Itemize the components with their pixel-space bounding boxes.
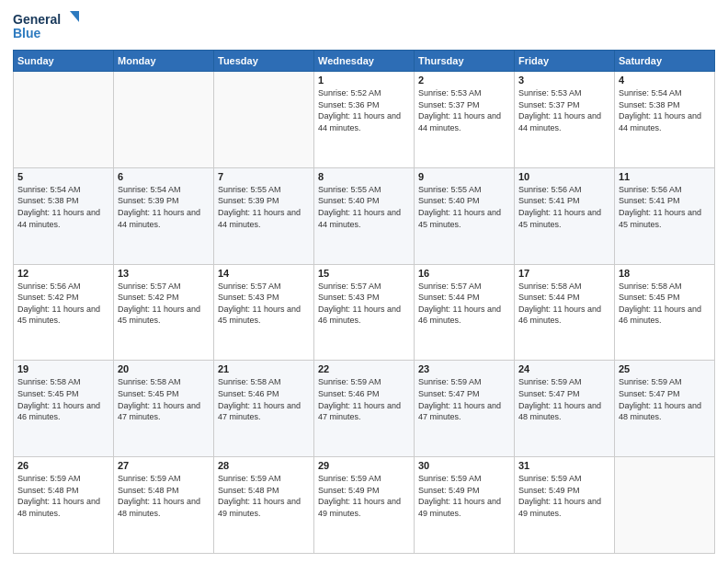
sunset-label: Sunset: 5:46 PM <box>318 389 380 398</box>
day-info: Sunrise: 5:54 AM Sunset: 5:38 PM Dayligh… <box>17 184 109 230</box>
sunrise-label: Sunrise: 5:54 AM <box>619 88 682 98</box>
daylight-label: Daylight: 11 hours and 45 minutes. <box>118 304 200 326</box>
sunrise-label: Sunrise: 5:59 AM <box>218 474 281 483</box>
day-info: Sunrise: 5:55 AM Sunset: 5:39 PM Dayligh… <box>218 184 310 230</box>
daylight-label: Daylight: 11 hours and 44 minutes. <box>518 111 601 132</box>
sunset-label: Sunset: 5:47 PM <box>518 389 580 398</box>
sunrise-label: Sunrise: 5:53 AM <box>418 88 482 98</box>
sunset-label: Sunset: 5:45 PM <box>118 389 179 398</box>
sunrise-label: Sunrise: 5:54 AM <box>17 185 81 194</box>
calendar-cell <box>14 72 114 168</box>
calendar-cell: 21 Sunrise: 5:58 AM Sunset: 5:46 PM Dayl… <box>214 361 314 457</box>
week-row-3: 12 Sunrise: 5:56 AM Sunset: 5:42 PM Dayl… <box>14 264 715 361</box>
sunset-label: Sunset: 5:46 PM <box>218 389 279 398</box>
daylight-label: Daylight: 11 hours and 44 minutes. <box>318 208 401 229</box>
calendar-cell: 4 Sunrise: 5:54 AM Sunset: 5:38 PM Dayli… <box>615 72 715 168</box>
sunrise-label: Sunrise: 5:58 AM <box>17 377 81 386</box>
day-info: Sunrise: 5:52 AM Sunset: 5:36 PM Dayligh… <box>318 87 410 133</box>
sunset-label: Sunset: 5:42 PM <box>17 293 79 302</box>
col-header-friday: Friday <box>515 51 615 72</box>
daylight-label: Daylight: 11 hours and 44 minutes. <box>218 208 301 229</box>
daylight-label: Daylight: 11 hours and 47 minutes. <box>218 401 301 422</box>
daylight-label: Daylight: 11 hours and 49 minutes. <box>218 497 301 518</box>
header-row: SundayMondayTuesdayWednesdayThursdayFrid… <box>14 51 715 72</box>
day-number: 4 <box>619 75 711 86</box>
day-number: 3 <box>518 75 610 86</box>
day-info: Sunrise: 5:57 AM Sunset: 5:43 PM Dayligh… <box>218 281 310 327</box>
sunrise-label: Sunrise: 5:58 AM <box>218 377 281 386</box>
day-number: 1 <box>318 75 410 86</box>
sunrise-label: Sunrise: 5:55 AM <box>418 185 482 194</box>
calendar-cell: 28 Sunrise: 5:59 AM Sunset: 5:48 PM Dayl… <box>214 457 314 554</box>
calendar-cell: 19 Sunrise: 5:58 AM Sunset: 5:45 PM Dayl… <box>14 361 114 457</box>
daylight-label: Daylight: 11 hours and 46 minutes. <box>17 401 100 422</box>
day-info: Sunrise: 5:59 AM Sunset: 5:47 PM Dayligh… <box>619 376 711 422</box>
week-row-1: 1 Sunrise: 5:52 AM Sunset: 5:36 PM Dayli… <box>14 72 715 168</box>
calendar-cell: 23 Sunrise: 5:59 AM Sunset: 5:47 PM Dayl… <box>415 361 515 457</box>
day-info: Sunrise: 5:58 AM Sunset: 5:45 PM Dayligh… <box>619 281 711 327</box>
day-number: 8 <box>318 171 410 182</box>
sunset-label: Sunset: 5:37 PM <box>418 100 480 109</box>
day-info: Sunrise: 5:59 AM Sunset: 5:49 PM Dayligh… <box>318 473 410 519</box>
sunrise-label: Sunrise: 5:53 AM <box>518 88 582 98</box>
calendar-table: SundayMondayTuesdayWednesdayThursdayFrid… <box>13 50 715 554</box>
calendar-cell: 3 Sunrise: 5:53 AM Sunset: 5:37 PM Dayli… <box>515 72 615 168</box>
sunrise-label: Sunrise: 5:59 AM <box>518 377 582 386</box>
calendar-cell: 12 Sunrise: 5:56 AM Sunset: 5:42 PM Dayl… <box>14 264 114 361</box>
calendar-cell: 15 Sunrise: 5:57 AM Sunset: 5:43 PM Dayl… <box>314 264 415 361</box>
day-number: 29 <box>318 460 410 471</box>
day-number: 7 <box>218 171 310 182</box>
sunset-label: Sunset: 5:45 PM <box>619 293 680 302</box>
day-info: Sunrise: 5:58 AM Sunset: 5:44 PM Dayligh… <box>518 281 610 327</box>
daylight-label: Daylight: 11 hours and 48 minutes. <box>118 497 200 518</box>
day-number: 18 <box>619 268 711 279</box>
sunset-label: Sunset: 5:38 PM <box>17 196 79 205</box>
day-number: 17 <box>518 268 610 279</box>
day-number: 26 <box>17 460 109 471</box>
day-number: 11 <box>619 171 711 182</box>
sunset-label: Sunset: 5:42 PM <box>118 293 179 302</box>
sunset-label: Sunset: 5:37 PM <box>518 100 580 109</box>
calendar-cell: 18 Sunrise: 5:58 AM Sunset: 5:45 PM Dayl… <box>615 264 715 361</box>
calendar-cell: 6 Sunrise: 5:54 AM Sunset: 5:39 PM Dayli… <box>114 167 214 264</box>
sunrise-label: Sunrise: 5:57 AM <box>218 282 281 291</box>
day-number: 28 <box>218 460 310 471</box>
day-info: Sunrise: 5:59 AM Sunset: 5:49 PM Dayligh… <box>518 473 610 519</box>
week-row-2: 5 Sunrise: 5:54 AM Sunset: 5:38 PM Dayli… <box>14 167 715 264</box>
daylight-label: Daylight: 11 hours and 44 minutes. <box>118 208 200 229</box>
sunrise-label: Sunrise: 5:54 AM <box>118 185 181 194</box>
day-number: 30 <box>418 460 510 471</box>
daylight-label: Daylight: 11 hours and 49 minutes. <box>418 497 501 518</box>
day-info: Sunrise: 5:58 AM Sunset: 5:45 PM Dayligh… <box>118 376 210 422</box>
sunrise-label: Sunrise: 5:52 AM <box>318 88 381 98</box>
sunrise-label: Sunrise: 5:59 AM <box>17 474 81 483</box>
day-info: Sunrise: 5:59 AM Sunset: 5:47 PM Dayligh… <box>518 376 610 422</box>
day-number: 10 <box>518 171 610 182</box>
calendar-cell: 9 Sunrise: 5:55 AM Sunset: 5:40 PM Dayli… <box>415 167 515 264</box>
daylight-label: Daylight: 11 hours and 48 minutes. <box>17 497 100 518</box>
sunrise-label: Sunrise: 5:57 AM <box>118 282 181 291</box>
day-number: 12 <box>17 268 109 279</box>
calendar-cell: 14 Sunrise: 5:57 AM Sunset: 5:43 PM Dayl… <box>214 264 314 361</box>
daylight-label: Daylight: 11 hours and 49 minutes. <box>318 497 401 518</box>
sunset-label: Sunset: 5:47 PM <box>418 389 480 398</box>
daylight-label: Daylight: 11 hours and 45 minutes. <box>619 208 701 229</box>
logo: General Blue <box>13 9 86 44</box>
daylight-label: Daylight: 11 hours and 47 minutes. <box>118 401 200 422</box>
daylight-label: Daylight: 11 hours and 44 minutes. <box>318 111 401 132</box>
day-info: Sunrise: 5:53 AM Sunset: 5:37 PM Dayligh… <box>518 87 610 133</box>
sunset-label: Sunset: 5:41 PM <box>619 196 680 205</box>
day-info: Sunrise: 5:58 AM Sunset: 5:45 PM Dayligh… <box>17 376 109 422</box>
sunrise-label: Sunrise: 5:58 AM <box>118 377 181 386</box>
daylight-label: Daylight: 11 hours and 49 minutes. <box>518 497 601 518</box>
calendar-cell: 13 Sunrise: 5:57 AM Sunset: 5:42 PM Dayl… <box>114 264 214 361</box>
day-number: 2 <box>418 75 510 86</box>
calendar-cell: 2 Sunrise: 5:53 AM Sunset: 5:37 PM Dayli… <box>415 72 515 168</box>
day-info: Sunrise: 5:59 AM Sunset: 5:47 PM Dayligh… <box>418 376 510 422</box>
sunrise-label: Sunrise: 5:59 AM <box>118 474 181 483</box>
day-info: Sunrise: 5:59 AM Sunset: 5:46 PM Dayligh… <box>318 376 410 422</box>
week-row-5: 26 Sunrise: 5:59 AM Sunset: 5:48 PM Dayl… <box>14 457 715 554</box>
sunset-label: Sunset: 5:48 PM <box>118 486 179 495</box>
day-number: 24 <box>518 363 610 374</box>
sunrise-label: Sunrise: 5:55 AM <box>218 185 281 194</box>
